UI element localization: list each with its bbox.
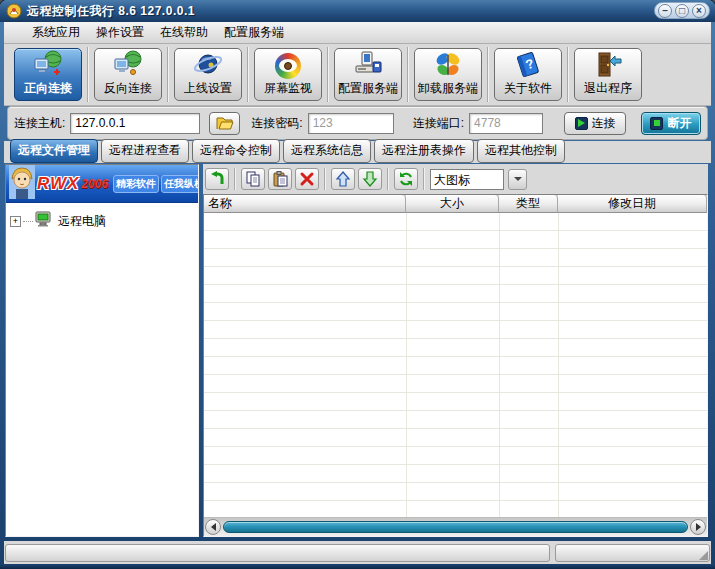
toolbar-separator (247, 47, 249, 102)
host-label: 连接主机: (14, 115, 65, 132)
arrow-right-icon (696, 523, 701, 531)
delete-button[interactable] (295, 168, 319, 190)
disconnect-button-label: 断开 (667, 115, 691, 132)
banner-tagline-1: 精彩软件 (113, 175, 159, 193)
tab-remote-file-management[interactable]: 远程文件管理 (10, 139, 98, 163)
toolbar-separator (167, 47, 169, 102)
scrollbar-thumb[interactable] (223, 521, 688, 533)
close-button[interactable]: × (692, 4, 706, 18)
menu-operation-settings[interactable]: 操作设置 (88, 22, 152, 43)
resize-grip[interactable] (699, 551, 708, 560)
window-title: 远程控制任我行 8.6 127.0.0.1 (27, 3, 195, 20)
host-input[interactable] (70, 113, 200, 134)
screen-monitor-button[interactable]: 屏幕监视 (254, 48, 322, 101)
exit-program-button[interactable]: 退出程序 (574, 48, 642, 101)
file-listview: 名称 大小 类型 修改日期 (203, 194, 708, 537)
app-window: 远程控制任我行 8.6 127.0.0.1 – □ × 系统应用 操作设置 在线… (0, 0, 715, 569)
password-input[interactable] (308, 113, 394, 134)
menu-system[interactable]: 系统应用 (24, 22, 88, 43)
computer-icon (35, 211, 53, 231)
toolbar-button-label: 配置服务端 (338, 80, 398, 97)
open-host-list-button[interactable] (209, 112, 240, 135)
menu-online-help[interactable]: 在线帮助 (152, 22, 216, 43)
scroll-right-button[interactable] (690, 519, 706, 535)
brand-year: 2006 (81, 177, 108, 191)
file-toolbar-separator (387, 168, 389, 190)
view-mode-combobox[interactable]: 大图标 (430, 169, 504, 190)
uninstall-server-icon (433, 50, 463, 80)
view-mode-dropdown-button[interactable] (508, 169, 527, 190)
toolbar-button-label: 正向连接 (24, 80, 72, 97)
refresh-icon (398, 171, 414, 187)
column-header-size[interactable]: 大小 (406, 195, 499, 213)
tab-remote-system-info[interactable]: 远程系统信息 (283, 139, 371, 163)
mascot-image (9, 165, 35, 203)
banner-tagline-2: 任我纵横 (161, 175, 198, 193)
chevron-down-icon (514, 177, 522, 181)
brand-banner: RWX 2006 精彩软件 任我纵横 (6, 165, 198, 203)
file-list-body[interactable] (204, 213, 707, 517)
paste-button[interactable] (268, 168, 292, 190)
port-input[interactable] (469, 113, 543, 134)
scroll-left-button[interactable] (205, 519, 221, 535)
upload-button[interactable] (331, 168, 355, 190)
toolbar-button-label: 反向连接 (104, 80, 152, 97)
column-header-type[interactable]: 类型 (499, 195, 558, 213)
go-back-button[interactable] (205, 168, 229, 190)
stop-icon (650, 117, 663, 130)
column-divider (406, 213, 407, 517)
go-back-icon (209, 171, 225, 187)
port-label: 连接端口: (413, 115, 464, 132)
tab-remote-registry[interactable]: 远程注册表操作 (374, 139, 474, 163)
file-toolbar-separator (423, 168, 425, 190)
column-divider (499, 213, 500, 517)
remote-computer-tree-panel: RWX 2006 精彩软件 任我纵横 + 远程电脑 (5, 164, 199, 537)
toolbar-separator (567, 47, 569, 102)
about-software-button[interactable]: ? 关于软件 (494, 48, 562, 101)
download-button[interactable] (358, 168, 382, 190)
copy-button[interactable] (241, 168, 265, 190)
tab-remote-command-control[interactable]: 远程命令控制 (192, 139, 280, 163)
uninstall-server-button[interactable]: 卸载服务端 (414, 48, 482, 101)
connection-bar: 连接主机: 连接密码: 连接端口: 连接 断开 (7, 106, 708, 140)
arrow-left-icon (211, 523, 216, 531)
connect-button[interactable]: 连接 (564, 112, 626, 135)
minimize-button[interactable]: – (658, 4, 672, 18)
exit-program-icon (593, 50, 623, 80)
tabs-bar: 远程文件管理 远程进程查看 远程命令控制 远程系统信息 远程注册表操作 远程其他… (4, 141, 711, 163)
status-pane-left (5, 544, 550, 562)
about-software-icon: ? (513, 50, 543, 80)
file-panel: 大图标 名称 大小 类型 修改日期 (203, 164, 708, 537)
configure-server-button[interactable]: 配置服务端 (334, 48, 402, 101)
remote-computer-tree: + 远程电脑 (6, 203, 198, 239)
forward-connect-button[interactable]: 正向连接 (14, 48, 82, 101)
online-settings-icon (192, 50, 224, 80)
tree-item-remote-computer[interactable]: + 远程电脑 (10, 211, 194, 231)
maximize-button[interactable]: □ (675, 4, 689, 18)
disconnect-button[interactable]: 断开 (641, 112, 701, 135)
reverse-connect-icon (113, 50, 143, 80)
paste-icon (272, 171, 288, 187)
listview-header: 名称 大小 类型 修改日期 (204, 195, 707, 213)
toolbar-button-label: 关于软件 (504, 80, 552, 97)
column-header-modified-date[interactable]: 修改日期 (558, 195, 707, 213)
tab-remote-other-control[interactable]: 远程其他控制 (477, 139, 565, 163)
tree-expander-icon[interactable]: + (10, 216, 21, 227)
main-toolbar: 正向连接 反向连接 (4, 44, 711, 106)
online-settings-button[interactable]: 上线设置 (174, 48, 242, 101)
horizontal-scrollbar[interactable] (204, 517, 707, 536)
menu-configure-server[interactable]: 配置服务端 (216, 22, 292, 43)
reverse-connect-button[interactable]: 反向连接 (94, 48, 162, 101)
download-icon (362, 171, 378, 187)
delete-icon (299, 171, 315, 187)
refresh-button[interactable] (394, 168, 418, 190)
copy-icon (245, 171, 261, 187)
toolbar-button-label: 上线设置 (184, 80, 232, 97)
column-header-name[interactable]: 名称 (204, 195, 406, 213)
configure-server-icon (353, 50, 383, 80)
tree-connector (23, 221, 33, 222)
tab-remote-process-view[interactable]: 远程进程查看 (101, 139, 189, 163)
window-controls: – □ × (654, 2, 710, 19)
play-icon (575, 117, 588, 130)
toolbar-separator (87, 47, 89, 102)
